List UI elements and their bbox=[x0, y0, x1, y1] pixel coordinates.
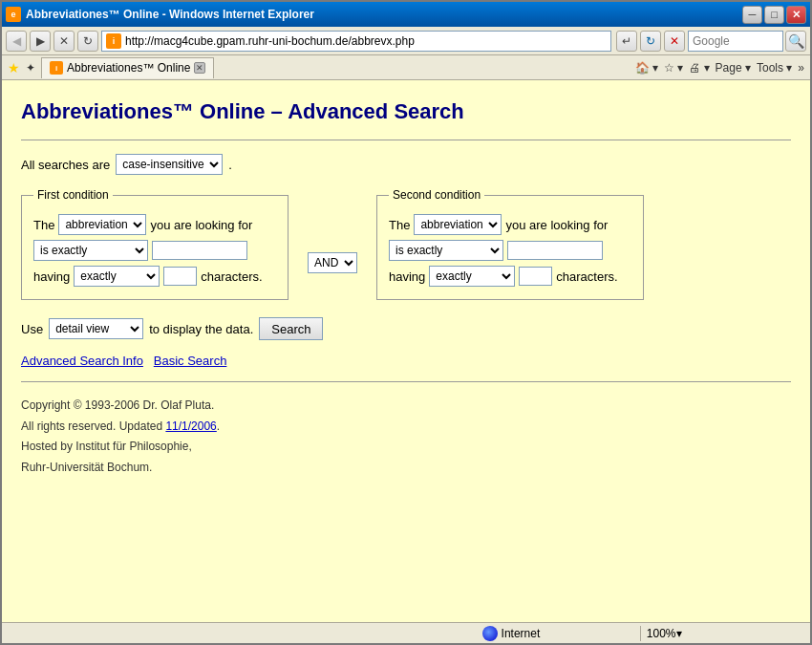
first-count-select[interactable]: exactly at least at most bbox=[74, 266, 160, 287]
second-field-select[interactable]: abbreviation expansion source bbox=[414, 214, 502, 235]
footer-updated-link[interactable]: 11/1/2006 bbox=[165, 419, 216, 433]
first-match-select[interactable]: is exactly contains starts with ends wit… bbox=[33, 240, 148, 261]
refresh-icon-btn[interactable]: ↻ bbox=[640, 31, 661, 52]
close-button[interactable]: ✕ bbox=[786, 6, 806, 24]
case-select[interactable]: case-insensitive case-sensitive bbox=[116, 154, 223, 175]
first-count-input[interactable] bbox=[163, 267, 197, 286]
status-sections: Internet 100% ▾ bbox=[8, 626, 804, 641]
browser-icon: e bbox=[6, 7, 21, 22]
minimize-button[interactable]: ─ bbox=[742, 6, 762, 24]
status-bar: Internet 100% ▾ bbox=[2, 622, 810, 643]
internet-label: Internet bbox=[502, 627, 541, 640]
second-count-input[interactable] bbox=[519, 267, 552, 286]
refresh-button[interactable]: ↻ bbox=[77, 31, 98, 52]
second-looking-for-label: you are looking for bbox=[505, 218, 608, 232]
window-title: Abbreviationes™ Online - Windows Interne… bbox=[26, 8, 314, 21]
top-divider bbox=[21, 140, 791, 140]
footer-line2: All rights reserved. Updated 11/1/2006. bbox=[21, 417, 791, 438]
feeds-button[interactable]: ☆ ▾ bbox=[664, 61, 683, 75]
more-button[interactable]: » bbox=[798, 61, 804, 75]
status-internet: Internet bbox=[477, 626, 641, 641]
footer-divider bbox=[21, 381, 791, 382]
page-menu-button[interactable]: Page ▾ bbox=[716, 61, 751, 75]
footer-line2-suffix: . bbox=[217, 419, 220, 433]
second-having-label: having bbox=[389, 269, 425, 284]
print-button[interactable]: 🖨 ▾ bbox=[689, 61, 709, 75]
browser-search-input[interactable] bbox=[688, 31, 783, 52]
stop-icon-btn[interactable]: ✕ bbox=[664, 31, 685, 52]
advanced-search-info-link[interactable]: Advanced Search Info bbox=[21, 354, 143, 368]
footer-line1: Copyright © 1993-2006 Dr. Olaf Pluta. bbox=[21, 396, 791, 417]
first-condition-box: First condition The abbreviation expansi… bbox=[21, 188, 288, 300]
case-label: All searches are bbox=[21, 158, 110, 172]
second-having-row: having exactly at least at most characte… bbox=[389, 266, 631, 287]
page-title: Abbreviationes™ Online – Advanced Search bbox=[21, 99, 791, 124]
title-bar: e Abbreviationes™ Online - Windows Inter… bbox=[2, 2, 810, 27]
search-button[interactable]: Search bbox=[259, 317, 323, 340]
search-go-button[interactable]: 🔍 bbox=[785, 31, 806, 52]
footer-line3: Hosted by Institut für Philosophie, bbox=[21, 437, 791, 458]
first-condition-legend: First condition bbox=[33, 188, 113, 202]
go-button[interactable]: ↵ bbox=[616, 31, 637, 52]
first-search-input[interactable] bbox=[152, 241, 247, 260]
case-period: . bbox=[228, 158, 232, 172]
display-row: Use detail view list view compact view t… bbox=[21, 317, 791, 340]
case-sensitivity-row: All searches are case-insensitive case-s… bbox=[21, 154, 791, 175]
first-match-row: is exactly contains starts with ends wit… bbox=[33, 240, 276, 261]
display-select[interactable]: detail view list view compact view bbox=[49, 318, 143, 339]
address-bar: i http://macg4cube.gpam.ruhr-uni-bochum.… bbox=[101, 31, 637, 52]
first-characters-label: characters. bbox=[201, 269, 262, 284]
second-condition-legend: Second condition bbox=[389, 188, 484, 202]
first-having-label: having bbox=[33, 269, 70, 284]
back-button[interactable]: ◀ bbox=[6, 31, 27, 52]
second-count-select[interactable]: exactly at least at most bbox=[429, 266, 515, 287]
browser-tab[interactable]: i Abbreviationes™ Online ✕ bbox=[41, 57, 214, 78]
zoom-label: 100% bbox=[647, 627, 676, 640]
toolbar-right: 🏠 ▾ ☆ ▾ 🖨 ▾ Page ▾ Tools ▾ » bbox=[635, 61, 804, 75]
basic-search-link[interactable]: Basic Search bbox=[154, 354, 227, 368]
display-suffix: to display the data. bbox=[149, 322, 253, 336]
footer: Copyright © 1993-2006 Dr. Olaf Pluta. Al… bbox=[21, 396, 791, 478]
stop-button[interactable]: ✕ bbox=[53, 31, 75, 52]
tab-close-button[interactable]: ✕ bbox=[194, 62, 205, 74]
conditions-row: First condition The abbreviation expansi… bbox=[21, 188, 791, 300]
second-field-row: The abbreviation expansion source you ar… bbox=[389, 214, 631, 235]
page-icon: i bbox=[106, 33, 121, 49]
first-having-row: having exactly at least at most characte… bbox=[33, 266, 276, 287]
maximize-button[interactable]: □ bbox=[764, 6, 784, 24]
zoom-icon: ▾ bbox=[676, 627, 682, 640]
tab-label: Abbreviationes™ Online bbox=[67, 61, 190, 75]
internet-icon bbox=[482, 626, 498, 641]
connector-area: AND OR bbox=[308, 233, 357, 273]
second-match-select[interactable]: is exactly contains starts with ends wit… bbox=[389, 240, 503, 261]
second-characters-label: characters. bbox=[556, 269, 617, 284]
address-input-container[interactable]: i http://macg4cube.gpam.ruhr-uni-bochum.… bbox=[101, 31, 611, 52]
nav-toolbar: ◀ ▶ ✕ ↻ i http://macg4cube.gpam.ruhr-uni… bbox=[2, 27, 810, 55]
tab-favicon: i bbox=[50, 61, 63, 75]
second-the-label: The bbox=[389, 218, 410, 232]
display-label: Use bbox=[21, 322, 43, 336]
tools-menu-button[interactable]: Tools ▾ bbox=[757, 61, 792, 75]
favorites-toolbar: ★ ✦ i Abbreviationes™ Online ✕ 🏠 ▾ ☆ ▾ 🖨… bbox=[2, 55, 810, 80]
first-the-label: The bbox=[33, 218, 54, 232]
connector-select[interactable]: AND OR bbox=[308, 252, 357, 273]
internet-status: Internet bbox=[482, 626, 541, 641]
forward-button[interactable]: ▶ bbox=[30, 31, 51, 52]
second-condition-box: Second condition The abbreviation expans… bbox=[376, 188, 644, 300]
second-search-input[interactable] bbox=[507, 241, 603, 260]
status-zoom: 100% ▾ bbox=[641, 627, 804, 640]
second-match-row: is exactly contains starts with ends wit… bbox=[389, 240, 631, 261]
links-row: Advanced Search Info Basic Search bbox=[21, 354, 791, 368]
first-looking-for-label: you are looking for bbox=[150, 218, 252, 232]
page-content: Abbreviationes™ Online – Advanced Search… bbox=[2, 80, 810, 622]
first-field-row: The abbreviation expansion source you ar… bbox=[33, 214, 276, 235]
first-field-select[interactable]: abbreviation expansion source bbox=[58, 214, 146, 235]
home-button[interactable]: 🏠 ▾ bbox=[635, 61, 658, 75]
footer-line4: Ruhr-Universität Bochum. bbox=[21, 458, 791, 479]
favorites-icon: ✦ bbox=[26, 61, 35, 75]
favorites-star-icon: ★ bbox=[8, 60, 20, 75]
footer-line2-prefix: All rights reserved. Updated bbox=[21, 419, 165, 433]
address-text: http://macg4cube.gpam.ruhr-uni-bochum.de… bbox=[125, 34, 415, 48]
search-bar: 🔍 bbox=[688, 31, 806, 52]
